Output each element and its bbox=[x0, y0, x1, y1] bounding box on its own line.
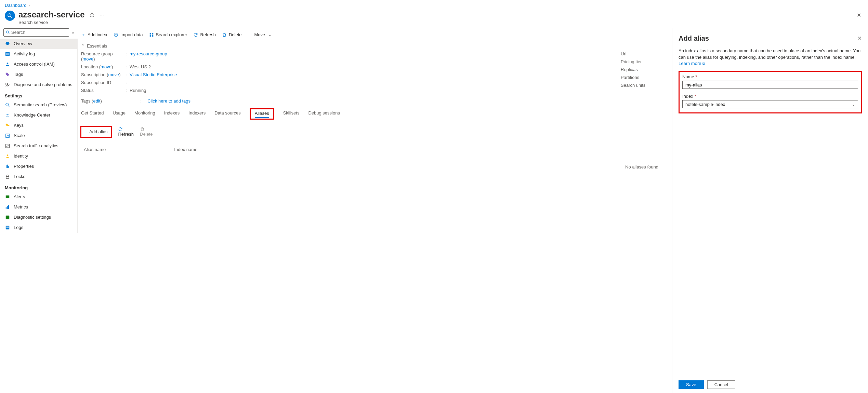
sidebar-item-knowledge-center[interactable]: Knowledge Center bbox=[0, 110, 77, 120]
svg-rect-30 bbox=[6, 227, 9, 228]
close-panel-button[interactable]: ✕ bbox=[857, 35, 862, 41]
sidebar-search-input[interactable] bbox=[11, 30, 67, 35]
refresh-button[interactable]: Refresh bbox=[193, 32, 216, 37]
lock-icon bbox=[5, 174, 10, 179]
tab-indexes[interactable]: Indexes bbox=[164, 108, 180, 120]
tab-indexers[interactable]: Indexers bbox=[188, 108, 206, 120]
svg-point-12 bbox=[6, 103, 9, 106]
tab-usage[interactable]: Usage bbox=[113, 108, 126, 120]
svg-marker-2 bbox=[90, 13, 94, 17]
location-value: West US 2 bbox=[130, 64, 151, 69]
nav-label: Activity log bbox=[14, 51, 35, 56]
search-icon bbox=[6, 30, 10, 35]
iam-icon bbox=[5, 62, 10, 67]
sidebar: « Overview Activity log Access control (… bbox=[0, 28, 78, 393]
sidebar-item-diagnose[interactable]: Diagnose and solve problems bbox=[0, 80, 77, 90]
resource-group-link[interactable]: my-resource-group bbox=[130, 51, 167, 62]
sidebar-item-activity-log[interactable]: Activity log bbox=[0, 49, 77, 59]
nav-label: Diagnose and solve problems bbox=[14, 82, 72, 87]
sidebar-item-tags[interactable]: Tags bbox=[0, 69, 77, 80]
tab-data-sources[interactable]: Data sources bbox=[214, 108, 241, 120]
alias-table: Alias name Index name No aliases found bbox=[78, 141, 672, 173]
delete-button[interactable]: Delete bbox=[222, 32, 242, 37]
add-alias-button[interactable]: ＋Add alias bbox=[85, 129, 107, 135]
essentials-grid: Resource group (move):my-resource-group … bbox=[78, 51, 672, 96]
nav-label: Properties bbox=[14, 164, 34, 169]
svg-rect-21 bbox=[8, 166, 9, 168]
replicas-label: Replicas bbox=[621, 67, 665, 72]
nav-label: Overview bbox=[14, 41, 32, 46]
sidebar-item-semantic-search[interactable]: Semantic search (Preview) bbox=[0, 100, 77, 110]
alias-toolbar: ＋Add alias Refresh Delete bbox=[78, 120, 672, 141]
more-icon[interactable]: ⋯ bbox=[100, 12, 104, 17]
add-alias-highlight: ＋Add alias bbox=[80, 126, 112, 138]
nav-label: Alerts bbox=[14, 194, 25, 199]
save-button[interactable]: Save bbox=[679, 380, 704, 389]
svg-rect-32 bbox=[149, 33, 151, 35]
collapse-sidebar-button[interactable]: « bbox=[72, 30, 74, 35]
cancel-button[interactable]: Cancel bbox=[707, 380, 735, 389]
sidebar-item-diagnostic-settings[interactable]: Diagnostic settings bbox=[0, 212, 77, 222]
svg-rect-25 bbox=[7, 206, 8, 209]
nav-label: Keys bbox=[14, 123, 24, 128]
alias-refresh-button[interactable]: Refresh bbox=[118, 127, 134, 137]
name-label: Name * bbox=[682, 74, 858, 79]
sidebar-item-identity[interactable]: Identity bbox=[0, 151, 77, 161]
status-value: Running bbox=[130, 88, 146, 93]
move-button[interactable]: →Move⌄ bbox=[248, 32, 271, 37]
chevron-up-icon: ⌃ bbox=[81, 43, 85, 49]
alias-empty-message: No aliases found bbox=[81, 154, 669, 170]
sidebar-item-overview[interactable]: Overview bbox=[0, 39, 77, 49]
index-select[interactable]: hotels-sample-index ⌄ bbox=[682, 100, 858, 108]
keys-icon bbox=[5, 123, 10, 128]
resource-type-label: Search service bbox=[18, 20, 104, 25]
tab-monitoring[interactable]: Monitoring bbox=[134, 108, 155, 120]
alias-name-input[interactable] bbox=[682, 81, 858, 89]
add-tags-link[interactable]: Click here to add tags bbox=[147, 98, 190, 104]
learn-more-link[interactable]: Learn more ⧉ bbox=[679, 61, 705, 66]
sidebar-item-locks[interactable]: Locks bbox=[0, 172, 77, 182]
index-selected-value: hotels-sample-index bbox=[685, 102, 725, 107]
tags-edit-link[interactable]: edit bbox=[93, 98, 100, 104]
svg-point-18 bbox=[7, 154, 9, 156]
svg-point-10 bbox=[7, 63, 9, 64]
tab-get-started[interactable]: Get Started bbox=[81, 108, 104, 120]
subscription-link[interactable]: Visual Studio Enterprise bbox=[130, 72, 177, 77]
add-index-button[interactable]: ＋Add index bbox=[81, 32, 107, 38]
panel-title: Add alias bbox=[679, 35, 709, 42]
nav-label: Locks bbox=[14, 174, 25, 179]
resource-group-move-link[interactable]: move bbox=[82, 56, 93, 62]
sidebar-item-logs[interactable]: Logs bbox=[0, 222, 77, 233]
nav-label: Access control (IAM) bbox=[14, 62, 55, 67]
search-service-icon bbox=[5, 11, 15, 21]
sidebar-item-properties[interactable]: Properties bbox=[0, 161, 77, 172]
diagnose-icon bbox=[5, 82, 10, 87]
sidebar-search-box[interactable] bbox=[3, 28, 69, 37]
tab-aliases[interactable]: Aliases bbox=[255, 111, 269, 118]
sidebar-item-keys[interactable]: Keys bbox=[0, 120, 77, 131]
plus-icon: ＋ bbox=[85, 129, 89, 134]
import-data-button[interactable]: Import data bbox=[114, 32, 143, 37]
essentials-toggle[interactable]: ⌃ Essentials bbox=[78, 41, 672, 51]
overview-icon bbox=[5, 41, 10, 46]
tab-debug-sessions[interactable]: Debug sessions bbox=[308, 108, 340, 120]
search-explorer-button[interactable]: Search explorer bbox=[149, 32, 187, 37]
tab-skillsets[interactable]: Skillsets bbox=[283, 108, 300, 120]
refresh-icon bbox=[118, 127, 134, 132]
sidebar-item-traffic-analytics[interactable]: Search traffic analytics bbox=[0, 141, 77, 151]
subscription-move-link[interactable]: move bbox=[108, 72, 119, 77]
chevron-right-icon: › bbox=[29, 3, 30, 8]
trash-icon bbox=[140, 127, 153, 132]
close-blade-button[interactable]: ✕ bbox=[855, 10, 863, 21]
nav-label: Search traffic analytics bbox=[14, 143, 58, 148]
favorite-star-icon[interactable] bbox=[89, 12, 95, 17]
nav-label: Diagnostic settings bbox=[14, 215, 51, 220]
sidebar-item-metrics[interactable]: Metrics bbox=[0, 202, 77, 212]
breadcrumb-dashboard-link[interactable]: Dashboard bbox=[5, 3, 27, 8]
sidebar-item-scale[interactable]: Scale bbox=[0, 131, 77, 141]
sidebar-item-alerts[interactable]: Alerts bbox=[0, 192, 77, 202]
location-move-link[interactable]: move bbox=[101, 64, 111, 69]
sidebar-item-access-control[interactable]: Access control (IAM) bbox=[0, 59, 77, 69]
semantic-search-icon bbox=[5, 102, 10, 108]
svg-rect-29 bbox=[6, 227, 9, 227]
